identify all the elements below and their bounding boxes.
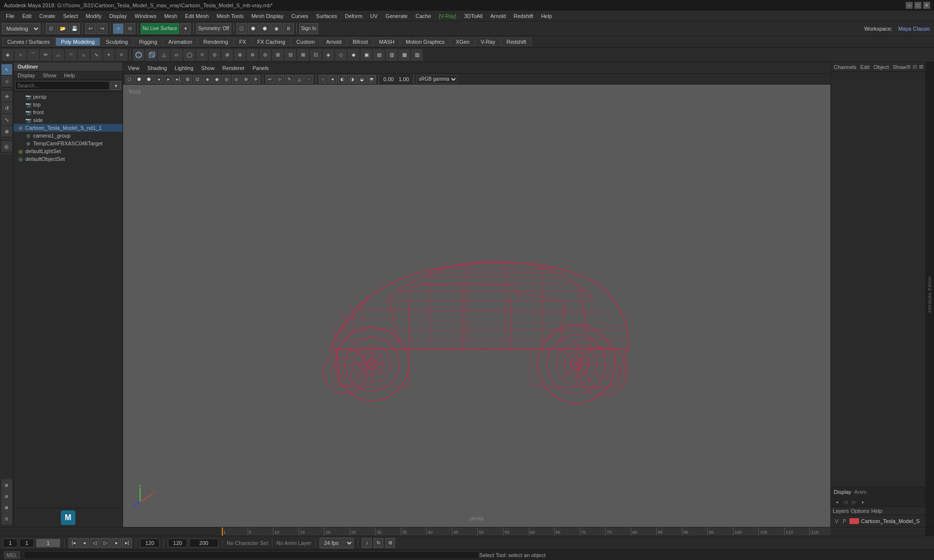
vt-eye3[interactable]: ◐ — [338, 75, 347, 84]
open-file-button[interactable]: 📂 — [57, 23, 68, 34]
display-tab[interactable]: Display — [834, 489, 851, 495]
go-to-start-button[interactable]: |◂ — [69, 538, 78, 548]
color-space-select[interactable]: sRGB gamma — [416, 75, 458, 84]
shape20[interactable]: ▥ — [386, 49, 397, 61]
shape21[interactable]: ▦ — [398, 49, 410, 61]
menu-generate[interactable]: Generate — [381, 12, 412, 20]
circle-icon[interactable]: ○ — [15, 49, 26, 61]
soft-select[interactable]: ◎ — [1, 141, 12, 152]
tree-item-default-light[interactable]: ◎ defaultLightSet — [14, 147, 123, 155]
tab-bifrost[interactable]: Bifrost — [347, 37, 373, 46]
ch-icon3[interactable]: ⊠ — [919, 64, 923, 70]
curve-icon[interactable]: ⌒ — [27, 49, 39, 61]
tab-rendering[interactable]: Rendering — [198, 37, 234, 46]
vt-btn19[interactable]: ◦ — [305, 75, 313, 84]
tab-mash[interactable]: MASH — [374, 37, 400, 46]
shape5[interactable]: ⌑ — [196, 49, 208, 61]
vt-btn15[interactable]: ↩ — [266, 75, 274, 84]
ch-icon2[interactable]: ⊟ — [913, 64, 917, 70]
shape22[interactable]: ▧ — [411, 49, 423, 61]
tab-rigging[interactable]: Rigging — [134, 37, 162, 46]
view4[interactable]: ⊡ — [1, 513, 12, 524]
loop-button[interactable]: ↻ — [374, 538, 383, 548]
shape15[interactable]: ◈ — [323, 49, 334, 61]
layer-name[interactable]: Cartoon_Tesla_Model_S — [861, 518, 922, 524]
minimize-button[interactable]: ─ — [906, 2, 913, 9]
layer-btn1[interactable]: ◂ — [833, 498, 841, 506]
shape17[interactable]: ◆ — [348, 49, 359, 61]
tab-poly-modeling[interactable]: Poly Modeling — [55, 37, 100, 46]
show-menu[interactable]: Show — [198, 64, 218, 72]
layer-playback[interactable]: P — [842, 518, 847, 524]
paint-tool[interactable]: ⊹ — [1, 76, 12, 87]
cone-icon[interactable]: △ — [158, 49, 170, 61]
shape10[interactable]: ⊝ — [259, 49, 271, 61]
menu-curves[interactable]: Curves — [287, 12, 312, 20]
menu-redshift[interactable]: Redshift — [510, 12, 537, 20]
move-tool[interactable]: ✛ — [1, 91, 12, 102]
attribute-editor-label[interactable]: Attribute Editor — [926, 274, 933, 315]
layer-visibility[interactable]: V — [834, 518, 840, 524]
menu-modify[interactable]: Modify — [82, 12, 105, 20]
vt-btn18[interactable]: △ — [295, 75, 304, 84]
vt-btn10[interactable]: ◉ — [213, 75, 221, 84]
step-forward-button[interactable]: ▸ — [111, 538, 121, 548]
tree-item-camera-group[interactable]: ⊙ camera1_group — [14, 132, 123, 140]
undo-button[interactable]: ↩ — [85, 23, 96, 34]
tab-redshift[interactable]: Redshift — [501, 37, 531, 46]
tree-item-persp[interactable]: 📷 persp — [14, 93, 123, 101]
vt-btn2[interactable]: ⬢ — [135, 75, 144, 84]
current-frame-input[interactable] — [19, 539, 34, 547]
close-button[interactable]: ✕ — [923, 2, 930, 9]
vt-btn13[interactable]: ⊛ — [242, 75, 251, 84]
menu-mesh-display[interactable]: Mesh Display — [248, 12, 287, 20]
vt-btn7[interactable]: ⊞ — [183, 75, 192, 84]
vt-btn8[interactable]: ⊡ — [193, 75, 202, 84]
layer-btn3[interactable]: ▷ — [850, 498, 858, 506]
tree-item-temp-cam[interactable]: ⊛ TempCamFBXASC046Target — [14, 140, 123, 147]
vt-btn9[interactable]: ◈ — [203, 75, 212, 84]
end-frame-input[interactable] — [168, 539, 187, 547]
layers-tab[interactable]: Layers — [833, 508, 849, 514]
symmetry-button[interactable]: Symmetry: Off — [196, 23, 231, 34]
view-menu[interactable]: View — [125, 64, 143, 72]
vt-eye1[interactable]: ○ — [319, 75, 327, 84]
menu-arnold[interactable]: Arnold — [486, 12, 510, 20]
tab-vray[interactable]: V-Ray — [475, 37, 501, 46]
options-tab[interactable]: Options — [851, 508, 869, 514]
menu-deform[interactable]: Deform — [341, 12, 366, 20]
tab-animation[interactable]: Animation — [163, 37, 198, 46]
anim-tab[interactable]: Anim — [854, 489, 866, 495]
layer-btn2[interactable]: ◁ — [842, 498, 849, 506]
mel-label[interactable]: MEL — [4, 551, 20, 559]
vt-play[interactable]: ▸ — [164, 75, 173, 84]
shape8[interactable]: ⊛ — [234, 49, 246, 61]
no-live-surface-button[interactable]: No Live Surface — [141, 23, 179, 34]
renderer-menu[interactable]: Renderer — [219, 64, 248, 72]
tool4[interactable]: ∿ — [90, 49, 102, 61]
frame-input[interactable] — [36, 539, 60, 547]
end-range-input[interactable] — [140, 539, 160, 547]
shape19[interactable]: ▤ — [373, 49, 385, 61]
tool3[interactable]: ⌕ — [78, 49, 90, 61]
vt-eye2[interactable]: ● — [328, 75, 337, 84]
tab-fx[interactable]: FX — [234, 37, 251, 46]
shape16[interactable]: ◇ — [335, 49, 347, 61]
menu-select[interactable]: Select — [59, 12, 82, 20]
audio-button[interactable]: ♪ — [362, 538, 372, 548]
outliner-tab-display[interactable]: Display — [14, 71, 39, 79]
tab-xgen[interactable]: XGen — [450, 37, 475, 46]
tree-item-tesla[interactable]: ⊕ Cartoon_Tesla_Model_S_nd1_1 — [14, 124, 123, 132]
shape18[interactable]: ▣ — [360, 49, 372, 61]
transform-tool[interactable]: ⊕ — [1, 126, 12, 137]
play-back-button[interactable]: ◁ — [90, 538, 100, 548]
shape11[interactable]: ⊞ — [272, 49, 284, 61]
view1[interactable]: ⊞ — [1, 480, 12, 490]
view2[interactable]: ⊟ — [1, 491, 12, 502]
tool5[interactable]: ⌖ — [103, 49, 115, 61]
vt-eye6[interactable]: ◓ — [367, 75, 376, 84]
select-tool[interactable]: ↖ — [1, 64, 12, 75]
pen-icon[interactable]: ✏ — [40, 49, 52, 61]
tab-arnold[interactable]: Arnold — [321, 37, 347, 46]
render-btn4[interactable]: ◉ — [271, 23, 282, 34]
